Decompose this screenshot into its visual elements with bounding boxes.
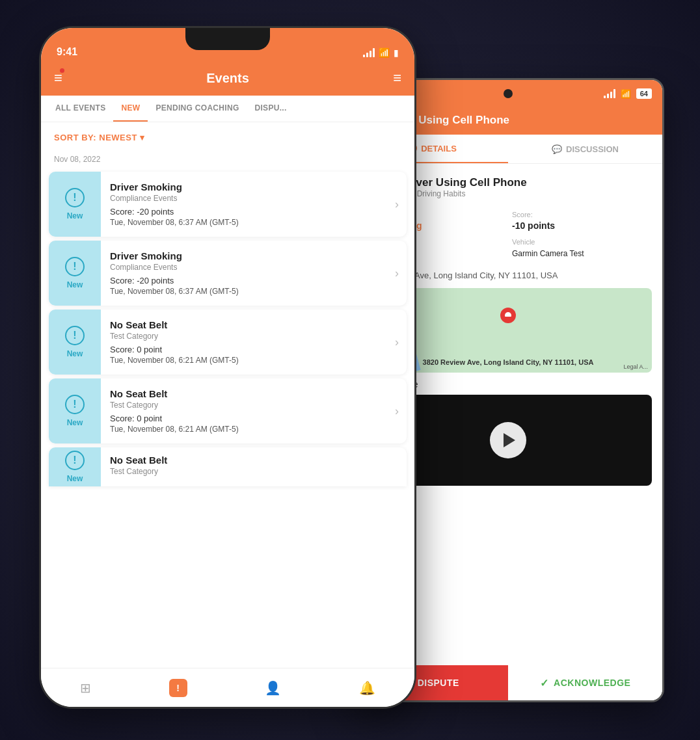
signal-icon xyxy=(363,48,375,57)
event-cat-1: Compliance Events xyxy=(110,194,378,203)
event-score-1: Score: -20 points xyxy=(110,207,378,217)
event-content-3: No Seat Belt Test Category Score: 0 poin… xyxy=(101,311,387,373)
event-card-5-partial[interactable]: ! New No Seat Belt Test Category xyxy=(49,447,407,486)
event-content-4: No Seat Belt Test Category Score: 0 poin… xyxy=(101,380,387,442)
vehicle-label: Vehicle xyxy=(512,238,652,246)
page-title-left: Events xyxy=(206,71,249,86)
bottom-nav-left: ⊞ ! 👤 🔔 xyxy=(41,668,414,707)
score-value: -10 points xyxy=(512,220,555,231)
event-score-2: Score: -20 points xyxy=(110,276,378,285)
checkmark-icon: ✓ xyxy=(540,677,549,689)
event-content-1: Driver Smoking Compliance Events Score: … xyxy=(101,174,387,235)
nav-notifications[interactable]: 🔔 xyxy=(359,680,375,696)
map-legal: Legal A... xyxy=(623,363,648,370)
chevron-right-icon-1: › xyxy=(387,198,407,211)
event-card-1[interactable]: ! New Driver Smoking Compliance Events S… xyxy=(49,172,407,237)
filter-icon: ≡ xyxy=(393,70,401,86)
event-time-4: Tue, November 08, 6:21 AM (GMT-5) xyxy=(110,425,378,434)
nav-home[interactable]: ⊞ xyxy=(80,680,91,696)
event-badge-2: ! New xyxy=(49,241,101,306)
detail-event-title: Driver Using Cell Phone xyxy=(401,176,527,189)
left-phone: 9:41 📶 ▮ ≡ Events ≡ ALL EV xyxy=(39,26,416,709)
profile-icon: 👤 xyxy=(265,680,281,696)
signal-icon-right xyxy=(604,89,615,98)
event-title-2: Driver Smoking xyxy=(110,250,378,261)
event-score-3: Score: 0 point xyxy=(110,345,378,354)
event-time-3: Tue, November 08, 6:21 AM (GMT-5) xyxy=(110,356,378,365)
tab-new[interactable]: NEW xyxy=(113,96,148,122)
sort-label: SORT BY: NEWEST ▾ xyxy=(54,133,144,142)
event-badge-1: ! New xyxy=(49,172,101,237)
event-cat-4: Test Category xyxy=(110,401,378,410)
event-title-1: Driver Smoking xyxy=(110,181,378,192)
event-content-2: Driver Smoking Compliance Events Score: … xyxy=(101,243,387,304)
notch xyxy=(185,28,270,50)
event-time-2: Tue, November 08, 6:37 AM (GMT-5) xyxy=(110,287,378,296)
detail-vehicle: Vehicle Garmin Camera Test xyxy=(512,238,652,263)
date-group: Nov 08, 2022 xyxy=(41,150,414,168)
camera xyxy=(504,89,513,98)
event-content-5: No Seat Belt Test Category xyxy=(101,447,407,486)
exclaim-icon-3: ! xyxy=(65,326,85,345)
event-badge-5: ! New xyxy=(49,447,101,486)
event-score-4: Score: 0 point xyxy=(110,414,378,423)
bell-icon: 🔔 xyxy=(359,680,375,696)
wifi-icon-right: 📶 xyxy=(621,89,631,99)
exclaim-icon-4: ! xyxy=(65,395,85,414)
event-cat-3: Test Category xyxy=(110,332,378,341)
new-label-4: New xyxy=(67,418,83,427)
chevron-right-icon-2: › xyxy=(387,267,407,280)
event-card-3[interactable]: ! New No Seat Belt Test Category Score: … xyxy=(49,310,407,375)
nav-profile[interactable]: 👤 xyxy=(265,680,281,696)
acknowledge-button[interactable]: ✓ ACKNOWLEDGE xyxy=(508,665,662,700)
wifi-icon: 📶 xyxy=(379,47,390,58)
score-label: Score: xyxy=(512,211,652,218)
event-title-5: No Seat Belt xyxy=(110,455,397,466)
dispute-label: DISPUTE xyxy=(418,678,459,688)
event-cat-2: Compliance Events xyxy=(110,263,378,272)
menu-button[interactable]: ≡ xyxy=(54,70,62,86)
tab-pending-coaching[interactable]: PENDING COACHING xyxy=(148,96,247,122)
event-card-2[interactable]: ! New Driver Smoking Compliance Events S… xyxy=(49,241,407,306)
chevron-right-icon-4: › xyxy=(387,404,407,418)
notification-dot xyxy=(60,68,64,73)
event-cat-5: Test Category xyxy=(110,467,397,476)
detail-event-sub: Bad Driving Habits xyxy=(401,189,527,198)
tab-dispute[interactable]: DISPU... xyxy=(247,96,295,122)
event-time-1: Tue, November 08, 6:37 AM (GMT-5) xyxy=(110,218,378,227)
events-header: ≡ Events ≡ xyxy=(41,63,414,96)
map-pin xyxy=(500,308,516,331)
detail-score: Score: -10 points xyxy=(512,211,652,231)
tab-discussion[interactable]: 💬 DISCUSSION xyxy=(508,135,662,163)
event-title-4: No Seat Belt xyxy=(110,388,378,399)
alert-icon: ! xyxy=(169,679,187,697)
event-badge-4: ! New xyxy=(49,378,101,443)
new-label-1: New xyxy=(67,211,83,220)
tab-all-events[interactable]: ALL EVENTS xyxy=(47,96,113,122)
status-icons-left: 📶 ▮ xyxy=(363,47,399,58)
exclaim-icon-5: ! xyxy=(65,451,85,470)
event-badge-3: ! New xyxy=(49,310,101,375)
new-label-2: New xyxy=(67,280,83,289)
event-tabs: ALL EVENTS NEW PENDING COACHING DISPU... xyxy=(41,96,414,122)
event-title-3: No Seat Belt xyxy=(110,319,378,330)
home-icon: ⊞ xyxy=(80,680,91,696)
play-button[interactable] xyxy=(490,422,526,458)
new-label-3: New xyxy=(67,349,83,358)
discussion-tab-label: DISCUSSION xyxy=(566,144,619,154)
battery-icon: ▮ xyxy=(394,47,399,58)
event-card-4[interactable]: ! New No Seat Belt Test Category Score: … xyxy=(49,378,407,443)
new-label-5: New xyxy=(67,474,83,483)
chat-icon: 💬 xyxy=(552,144,562,154)
time-left: 9:41 xyxy=(57,46,77,58)
map-address-label: 3820 Review Ave, Long Island City, NY 11… xyxy=(423,358,594,366)
sort-bar[interactable]: SORT BY: NEWEST ▾ xyxy=(41,122,414,150)
acknowledge-label: ACKNOWLEDGE xyxy=(554,678,630,688)
details-tab-label: DETAILS xyxy=(421,144,457,153)
nav-events[interactable]: ! xyxy=(169,679,187,697)
vehicle-value: Garmin Camera Test xyxy=(512,249,584,258)
chevron-right-icon-3: › xyxy=(387,336,407,349)
exclaim-icon-1: ! xyxy=(65,188,85,207)
battery-level: 64 xyxy=(636,88,652,99)
page-title-right: Driver Using Cell Phone xyxy=(383,114,652,127)
